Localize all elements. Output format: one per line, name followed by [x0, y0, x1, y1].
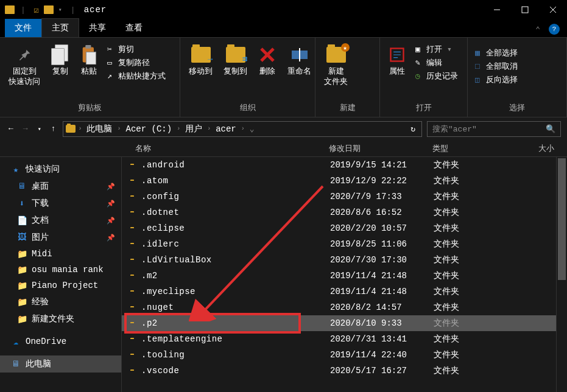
svg-rect-10	[299, 48, 300, 61]
cut-button[interactable]: ✂剪切	[105, 44, 166, 55]
scrollbar-thumb[interactable]	[558, 158, 566, 280]
pin-to-quick-access-button[interactable]: 固定到 快速访问	[5, 43, 44, 90]
col-date[interactable]: 修改日期	[329, 143, 432, 154]
file-row[interactable]: .dotnet2020/8/6 16:52文件夹	[122, 205, 556, 220]
file-row[interactable]: .config2020/7/9 17:33文件夹	[122, 189, 556, 205]
sidebar-item-osu mania rank[interactable]: 📁osu mania rank	[0, 262, 121, 278]
svg-rect-6	[86, 52, 96, 65]
file-row[interactable]: .android2019/9/15 14:21文件夹	[122, 157, 556, 173]
pin-icon: 📌	[107, 200, 115, 208]
file-name: .vscode	[141, 366, 330, 376]
sidebar-item-新建文件夹[interactable]: 📁新建文件夹	[0, 310, 121, 327]
qat-folder-icon[interactable]	[44, 5, 54, 14]
sidebar-item-图片[interactable]: 🖼图片📌	[0, 229, 121, 246]
delete-button[interactable]: 删除	[255, 43, 280, 80]
address-dropdown-icon[interactable]: ⌄	[247, 124, 257, 134]
col-name[interactable]: 名称	[128, 143, 329, 154]
back-button[interactable]: ←	[6, 123, 16, 135]
close-button[interactable]	[539, 0, 567, 19]
file-row[interactable]: .tooling2019/11/4 22:40文件夹	[122, 347, 556, 363]
collapse-ribbon-icon[interactable]: ⌃	[529, 23, 546, 37]
file-row[interactable]: .myeclipse2019/11/4 21:48文件夹	[122, 284, 556, 299]
pin-icon	[16, 45, 33, 65]
search-icon[interactable]: 🔍	[546, 124, 555, 134]
select-none-button[interactable]: □全部取消	[473, 61, 518, 72]
rename-button[interactable]: 重命名	[284, 43, 315, 80]
sidebar-quick-access[interactable]: ★快速访问	[0, 161, 121, 178]
open-button[interactable]: ▣打开▾	[413, 44, 458, 55]
history-button[interactable]: ◷历史记录	[413, 71, 458, 82]
file-name: .m2	[141, 271, 330, 281]
ribbon: 固定到 快速访问 复制 粘贴 ✂剪切 ▭复制路径 ↗粘贴快捷方式 剪贴板 → 移…	[0, 38, 567, 117]
recent-dropdown[interactable]: ▾	[35, 124, 44, 134]
tab-file[interactable]: 文件	[5, 19, 41, 37]
sidebar-item-桌面[interactable]: 🖥桌面📌	[0, 178, 121, 195]
crumb-drive[interactable]: Acer (C:)	[124, 124, 175, 134]
file-name: .dotnet	[141, 208, 330, 217]
sidebar-item-经验[interactable]: 📁经验	[0, 293, 121, 310]
search-placeholder: 搜索"acer"	[432, 124, 477, 135]
crumb-users[interactable]: 用户	[183, 124, 205, 135]
group-new-label: 新建	[320, 100, 375, 114]
up-button[interactable]: ↑	[49, 123, 58, 135]
file-date: 2019/11/4 21:48	[330, 271, 434, 281]
sidebar-onedrive[interactable]: ☁OneDrive	[0, 334, 121, 349]
sidebar-item-文档[interactable]: 📄文档📌	[0, 212, 121, 229]
file-row[interactable]: .atom2019/12/9 22:22文件夹	[122, 173, 556, 189]
file-name: .p2	[141, 318, 330, 328]
file-row[interactable]: .m22019/11/4 21:48文件夹	[122, 268, 556, 284]
crumb-acer[interactable]: acer	[213, 124, 239, 134]
col-size[interactable]: 大小	[524, 143, 554, 154]
file-row[interactable]: .p22020/8/10 9:33文件夹	[122, 315, 556, 331]
properties-icon	[389, 45, 406, 65]
file-row[interactable]: .LdVirtualBox2020/7/30 17:30文件夹	[122, 252, 556, 268]
crumb-thispc[interactable]: 此电脑	[84, 124, 114, 135]
file-type: 文件夹	[434, 270, 525, 281]
tab-home[interactable]: 主页	[41, 18, 79, 37]
file-type: 文件夹	[434, 239, 525, 250]
copy-path-button[interactable]: ▭复制路径	[105, 57, 166, 68]
refresh-button[interactable]: ↻	[407, 124, 419, 134]
maximize-button[interactable]	[511, 0, 539, 19]
vertical-scrollbar[interactable]: ▴ ▾	[556, 157, 567, 392]
tab-view[interactable]: 查看	[116, 19, 152, 37]
minimize-button[interactable]	[483, 0, 511, 19]
sidebar-item-Piano Project[interactable]: 📁Piano Project	[0, 278, 121, 293]
paste-button[interactable]: 粘贴	[77, 43, 101, 80]
new-folder-button[interactable]: ★ 新建 文件夹	[320, 43, 351, 90]
group-select-label: 选择	[473, 100, 562, 114]
address-bar[interactable]: › 此电脑› Acer (C:)› 用户› acer› ⌄ ↻	[63, 121, 422, 137]
folder-icon: 📁	[17, 265, 27, 275]
qat-dropdown-icon[interactable]: ▾	[56, 6, 65, 13]
file-row[interactable]: .eclipse2020/2/20 10:57文件夹	[122, 220, 556, 236]
file-row[interactable]: .nuget2020/8/2 14:57文件夹	[122, 299, 556, 315]
file-row[interactable]: .vscode2020/5/17 16:27文件夹	[122, 363, 556, 379]
search-box[interactable]: 搜索"acer" 🔍	[427, 121, 561, 137]
file-list[interactable]: .android2019/9/15 14:21文件夹.atom2019/12/9…	[122, 157, 556, 392]
file-date: 2020/8/2 14:57	[330, 303, 434, 312]
move-to-button[interactable]: → 移动到	[185, 43, 216, 80]
sidebar-this-pc[interactable]: 🖥此电脑	[0, 355, 121, 373]
paste-shortcut-button[interactable]: ↗粘贴快捷方式	[105, 71, 166, 82]
invert-selection-button[interactable]: ◫反向选择	[473, 74, 518, 85]
properties-button[interactable]: 属性	[385, 43, 409, 80]
address-folder-icon	[66, 125, 76, 133]
sidebar-item-Midi[interactable]: 📁Midi	[0, 246, 121, 262]
file-type: 文件夹	[434, 191, 525, 202]
ribbon-tabs: 文件 主页 共享 查看 ⌃ ?	[0, 19, 567, 38]
sidebar-item-下载[interactable]: ⬇下载📌	[0, 195, 121, 212]
copy-to-button[interactable]: ⇉ 复制到	[220, 43, 251, 80]
sidebar-item-label: 桌面	[32, 181, 49, 192]
qat-properties-icon[interactable]: ☑	[32, 5, 41, 15]
tab-share[interactable]: 共享	[79, 19, 116, 37]
copy-button[interactable]: 复制	[48, 43, 73, 80]
file-row[interactable]: .templateengine2020/7/31 13:41文件夹	[122, 331, 556, 347]
help-icon[interactable]: ?	[549, 24, 560, 35]
sidebar-item-label: 下载	[32, 198, 49, 209]
file-row[interactable]: .idlerc2019/8/25 11:06文件夹	[122, 236, 556, 252]
forward-button[interactable]: →	[21, 123, 30, 135]
col-type[interactable]: 类型	[432, 143, 524, 154]
edit-button[interactable]: ✎编辑	[413, 57, 458, 68]
select-all-button[interactable]: ▦全部选择	[473, 47, 518, 58]
file-name: .atom	[141, 176, 330, 186]
